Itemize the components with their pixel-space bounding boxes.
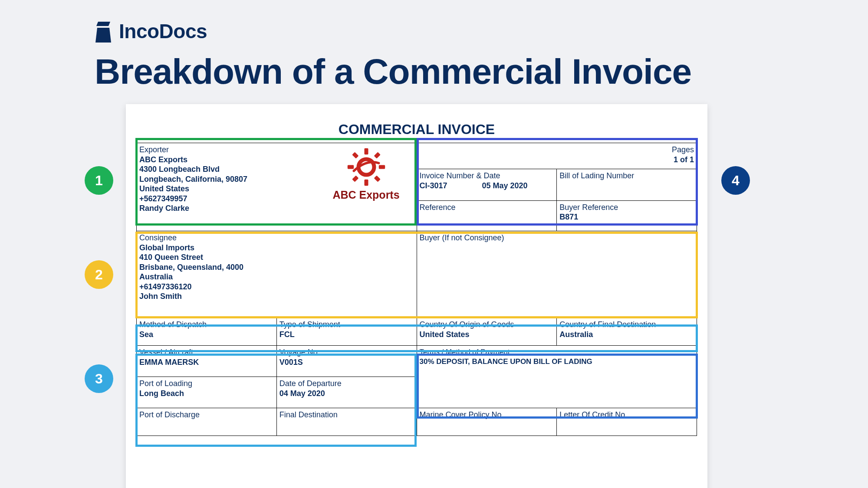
buyer-ref-value: B871 <box>559 213 578 221</box>
pol-label: Port of Loading <box>139 379 274 389</box>
badge-2: 2 <box>85 260 113 289</box>
shipment-cell: Type of Shipment FCL <box>276 318 417 346</box>
dispatch-label: Method of Dispatch <box>139 320 274 330</box>
brand-logo-icon <box>95 20 114 43</box>
svg-rect-2 <box>364 180 368 186</box>
exporter-addr2: Longbeach, California, 90807 <box>139 175 247 183</box>
exporter-contact: Randy Clarke <box>139 204 189 213</box>
pod-cell: Port of Discharge <box>137 408 277 436</box>
brand: IncoDocs <box>95 20 207 43</box>
final-dest-cell: Final Destination <box>276 408 417 436</box>
consignee-addr1: 410 Queen Street <box>139 253 203 262</box>
exporter-cell: Exporter ABC Exports 4300 Longbeach Blvd… <box>137 143 417 231</box>
buyer-alt-cell: Buyer (If not Consignee) <box>417 231 697 318</box>
invoice-date: 05 May 2020 <box>482 181 528 191</box>
svg-rect-1 <box>364 148 368 154</box>
dep-label: Date of Departure <box>279 379 414 389</box>
consignee-phone: +61497336120 <box>139 282 192 291</box>
loc-label: Letter Of Credit No <box>559 410 694 420</box>
voyage-value: V001S <box>279 358 303 367</box>
badge-1: 1 <box>85 166 113 195</box>
final-dest-country-cell: Country of Final Destination Australia <box>557 318 697 346</box>
dispatch-cell: Method of Dispatch Sea <box>137 318 277 346</box>
consignee-cell: Consignee Global Imports 410 Queen Stree… <box>137 231 417 318</box>
svg-rect-4 <box>378 165 385 169</box>
svg-rect-5 <box>352 152 358 158</box>
invoice-no-label: Invoice Number & Date <box>420 171 554 181</box>
badge-4: 4 <box>721 166 750 195</box>
svg-rect-6 <box>374 152 380 158</box>
dispatch-value: Sea <box>139 330 153 339</box>
origin-value: United States <box>420 330 470 339</box>
reference-cell: Reference <box>417 200 557 231</box>
vessel-cell: Vessel / Aircraft EMMA MAERSK <box>137 346 277 377</box>
pages-value: 1 of 1 <box>674 155 694 164</box>
vessel-label: Vessel / Aircraft <box>139 347 274 357</box>
consignee-country: Australia <box>139 272 173 281</box>
pol-cell: Port of Loading Long Beach <box>137 377 277 408</box>
vessel-value: EMMA MAERSK <box>139 358 199 367</box>
terms-label: Terms / Method of Payment <box>420 347 694 357</box>
dep-cell: Date of Departure 04 May 2020 <box>276 377 417 408</box>
svg-rect-8 <box>374 175 380 182</box>
exporter-addr1: 4300 Longbeach Blvd <box>139 165 220 174</box>
svg-rect-3 <box>347 165 353 169</box>
invoice-table: Exporter ABC Exports 4300 Longbeach Blvd… <box>136 143 697 436</box>
page-title: Breakdown of a Commercial Invoice <box>95 51 691 92</box>
bol-cell: Bill of Lading Number <box>557 169 697 201</box>
gear-icon <box>347 147 386 187</box>
exporter-label: Exporter <box>139 145 247 155</box>
exporter-logo-name: ABC Exports <box>323 188 410 202</box>
voyage-cell: Voyage No V001S <box>276 346 417 377</box>
buyer-ref-label: Buyer Reference <box>559 203 694 213</box>
terms-value: 30% DEPOSIT, BALANCE UPON BILL OF LADING <box>420 357 592 366</box>
pol-value: Long Beach <box>139 389 184 398</box>
document-sheet: COMMERCIAL INVOICE Exporter ABC Exports … <box>126 104 707 488</box>
final-dest-c-value: Australia <box>559 330 593 339</box>
pod-label: Port of Discharge <box>139 410 274 420</box>
brand-name: IncoDocs <box>119 20 207 43</box>
exporter-name: ABC Exports <box>139 155 187 164</box>
origin-cell: Country Of Origin of Goods United States <box>417 318 557 346</box>
svg-rect-7 <box>352 175 358 182</box>
exporter-phone: +5627349957 <box>139 194 187 203</box>
terms-cell: Terms / Method of Payment 30% DEPOSIT, B… <box>417 346 697 408</box>
final-dest-label: Final Destination <box>279 410 414 420</box>
bol-label: Bill of Lading Number <box>559 171 694 181</box>
consignee-contact: John Smith <box>139 292 182 301</box>
reference-label: Reference <box>420 203 554 213</box>
pages-cell: Pages 1 of 1 <box>417 143 697 169</box>
shipment-value: FCL <box>279 330 295 339</box>
consignee-label: Consignee <box>139 233 414 243</box>
origin-label: Country Of Origin of Goods <box>420 320 554 330</box>
voyage-label: Voyage No <box>279 347 414 357</box>
exporter-country: United States <box>139 184 189 193</box>
pages-label: Pages <box>672 145 694 154</box>
invoice-no-value: CI-3017 <box>420 181 447 191</box>
invoice-no-cell: Invoice Number & Date CI-3017 05 May 202… <box>417 169 557 201</box>
document-title: COMMERCIAL INVOICE <box>136 121 697 138</box>
badge-3: 3 <box>85 364 113 393</box>
consignee-addr2: Brisbane, Queensland, 4000 <box>139 263 243 272</box>
final-dest-c-label: Country of Final Destination <box>559 320 694 330</box>
exporter-logo: ABC Exports <box>323 147 410 202</box>
consignee-name: Global Imports <box>139 243 194 252</box>
buyer-alt-label: Buyer (If not Consignee) <box>420 233 694 243</box>
shipment-label: Type of Shipment <box>279 320 414 330</box>
buyer-ref-cell: Buyer Reference B871 <box>557 200 697 231</box>
marine-label: Marine Cover Policy No <box>420 410 554 420</box>
loc-cell: Letter Of Credit No <box>557 408 697 436</box>
marine-cell: Marine Cover Policy No <box>417 408 557 436</box>
dep-value: 04 May 2020 <box>279 389 325 398</box>
